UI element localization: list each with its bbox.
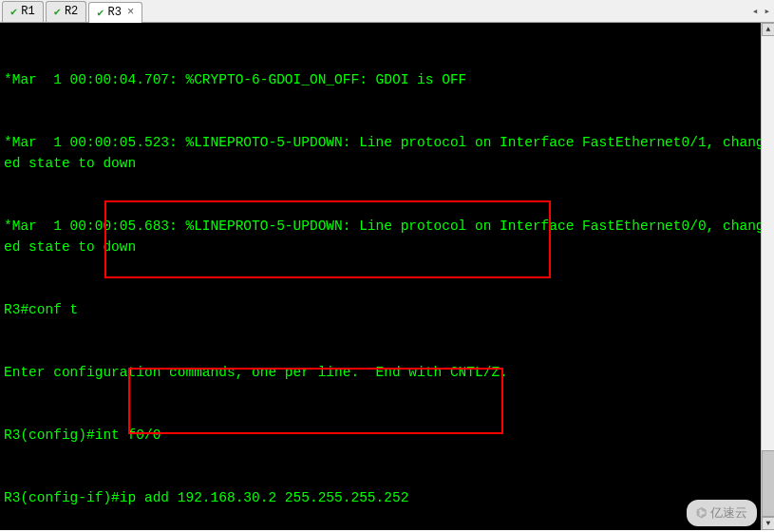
log-line: Enter configuration commands, one per li… [4,362,770,383]
scroll-thumb[interactable] [762,450,774,517]
log-line: *Mar 1 00:00:04.707: %CRYPTO-6-GDOI_ON_O… [4,69,770,90]
check-icon: ✔ [10,5,17,19]
vertical-scrollbar[interactable]: ▲ ▼ [761,23,774,530]
log-line: *Mar 1 00:00:05.523: %LINEPROTO-5-UPDOWN… [4,132,770,174]
scroll-up-icon[interactable]: ▲ [762,23,774,36]
scroll-down-icon[interactable]: ▼ [762,517,774,530]
tabbar-controls: ◂ ▸ [752,5,774,17]
tab-nav-right-icon[interactable]: ▸ [764,5,770,17]
tab-r2[interactable]: ✔ R2 [46,1,87,22]
tab-nav-left-icon[interactable]: ◂ [752,5,759,17]
tab-r3[interactable]: ✔ R3 × [88,2,142,23]
watermark: ⌬ 亿速云 [687,500,757,526]
tab-r1[interactable]: ✔ R1 [2,1,44,22]
close-icon[interactable]: × [127,6,134,19]
watermark-text: 亿速云 [710,503,747,523]
tab-bar: ✔ R1 ✔ R2 ✔ R3 × ◂ ▸ [0,0,774,23]
terminal-output[interactable]: *Mar 1 00:00:04.707: %CRYPTO-6-GDOI_ON_O… [0,23,774,530]
log-line: R3(config-if)#ip add 192.168.30.2 255.25… [4,487,770,508]
log-line: R3#conf t [4,299,770,320]
log-line: *Mar 1 00:00:05.683: %LINEPROTO-5-UPDOWN… [4,216,770,257]
check-icon: ✔ [97,6,104,20]
log-line: R3(config)#int f0/0 [4,425,770,446]
tab-label: R3 [108,6,122,19]
tab-label: R1 [21,5,34,18]
cloud-icon: ⌬ [696,503,707,523]
check-icon: ✔ [54,5,61,19]
tab-label: R2 [65,5,78,18]
